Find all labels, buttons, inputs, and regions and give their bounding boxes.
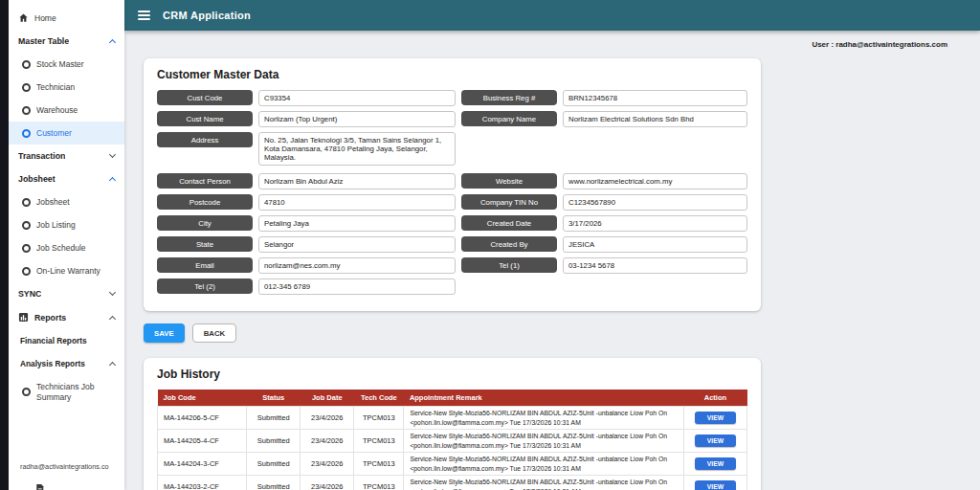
col-appointment-remark: Appointment Remark	[404, 390, 683, 407]
form-row: Contact Person Norlizam Bin Abdul Aziz W…	[157, 173, 747, 189]
field-value-created-by[interactable]: JESICA	[563, 236, 747, 253]
field-value-contact-person[interactable]: Norlizam Bin Abdul Aziz	[258, 173, 456, 189]
sidebar-item-label: Stock Master	[36, 59, 84, 69]
field-value-created-date[interactable]: 3/17/2026	[563, 215, 747, 232]
table-row: MA-144205-4-CF Submitted 23/4/2026 TPCM0…	[158, 430, 747, 453]
sidebar-item-customer[interactable]: Customer	[9, 122, 124, 145]
remark-cell: Service-New Style-Mozia56-NORLIZAM BIN A…	[404, 476, 683, 490]
field-value-company-tin[interactable]: C1234567890	[563, 194, 747, 211]
field-label-tel-1: Tel (1)	[461, 257, 557, 273]
chevron-down-icon	[109, 151, 116, 158]
action-cell: VIEW	[683, 430, 746, 453]
sidebar-section-transaction[interactable]: Transaction	[9, 145, 124, 167]
table-row: MA-144204-3-CF Submitted 23/4/2026 TPCM0…	[158, 453, 747, 476]
bullet-circle-icon	[22, 267, 31, 276]
sidebar-section-reports[interactable]: Reports	[9, 305, 124, 329]
job-history-card: Job History Job Code Status Job Date Tec…	[144, 358, 761, 490]
job-code-cell: MA-144205-4-CF	[158, 430, 247, 453]
sidebar-item-stock-master[interactable]: Stock Master	[9, 53, 124, 76]
sidebar-section-label: Jobsheet	[18, 174, 56, 184]
sidebar-section-sync[interactable]: SYNC	[9, 282, 124, 305]
form-row: Postcode 47810 Company TIN No C123456789…	[157, 194, 747, 211]
field-label-created-by: Created By	[461, 236, 557, 252]
remark-line-2: <pohon.lin.low@fiamma.com.my> Tue 17/3/2…	[410, 464, 677, 474]
user-label: User : radha@activaintegrations.com	[124, 31, 980, 51]
field-value-postcode[interactable]: 47810	[258, 194, 456, 211]
field-value-tel-1[interactable]: 03-1234 5678	[563, 257, 747, 274]
menu-icon[interactable]	[138, 11, 150, 20]
sidebar-section-label: Financial Reports	[20, 336, 87, 345]
save-button[interactable]: SAVE	[144, 323, 185, 343]
sidebar-item-label: Jobsheet	[36, 197, 70, 207]
job-date-cell: 23/4/2026	[301, 430, 354, 453]
sidebar-item-job-schedule[interactable]: Job Schedule	[9, 236, 124, 259]
view-button[interactable]: VIEW	[695, 434, 736, 447]
back-button[interactable]: BACK	[192, 323, 237, 343]
sidebar-item-label: Job Listing	[36, 220, 76, 230]
chevron-down-icon	[109, 289, 116, 296]
sidebar-item-label: Technician	[36, 82, 75, 92]
field-value-city[interactable]: Petaling Jaya	[258, 215, 456, 232]
field-value-cust-code[interactable]: C93354	[258, 90, 456, 106]
sidebar-section-jobsheet[interactable]: Jobsheet	[9, 167, 124, 190]
field-label-cust-name: Cust Name	[157, 111, 253, 126]
sidebar-item-jobsheet[interactable]: Jobsheet	[9, 190, 124, 213]
form-row: City Petaling Jaya Created Date 3/17/202…	[157, 215, 747, 232]
form-row: Cust Name Norlizam (Top Urgent) Company …	[157, 111, 747, 127]
bullet-circle-icon	[22, 244, 31, 253]
sidebar-section-label: Analysis Reports	[20, 359, 85, 368]
sidebar-item-job-listing[interactable]: Job Listing	[9, 213, 124, 236]
tech-code-cell: TPCM013	[354, 476, 404, 490]
view-button[interactable]: VIEW	[695, 480, 736, 490]
form-row: Email norlizam@nes.com.my Tel (1) 03-123…	[157, 257, 747, 274]
sidebar-item-label: Customer	[36, 128, 72, 138]
remark-cell: Service-New Style-Mozia56-NORLIZAM BIN A…	[404, 430, 683, 453]
chevron-up-icon	[109, 362, 116, 368]
sidebar-item-warehouse[interactable]: Warehouse	[9, 99, 124, 122]
view-button[interactable]: VIEW	[695, 457, 736, 470]
job-history-table: Job Code Status Job Date Tech Code Appoi…	[157, 390, 747, 490]
field-label-tel-2: Tel (2)	[157, 278, 253, 294]
tech-code-cell: TPCM013	[354, 407, 404, 430]
field-value-business-reg[interactable]: BRN12345678	[563, 90, 747, 106]
app-title: CRM Application	[163, 10, 251, 21]
chevron-up-icon	[109, 177, 116, 184]
tech-code-cell: TPCM013	[354, 453, 404, 476]
tech-code-cell: TPCM013	[354, 430, 404, 453]
field-label-company-name: Company Name	[461, 111, 557, 126]
field-value-company-name[interactable]: Norlizam Electrical Solutions Sdn Bhd	[563, 111, 747, 127]
sidebar-item-label: Job Schedule	[36, 243, 86, 253]
sidebar-section-analysis-reports[interactable]: Analysis Reports	[9, 352, 124, 375]
job-date-cell: 23/4/2026	[301, 453, 354, 476]
remark-cell: Service-New Style-Mozia56-NORLIZAM BIN A…	[404, 453, 683, 476]
job-code-cell: MA-144206-5-CF	[158, 407, 247, 430]
field-label-company-tin: Company TIN No	[461, 194, 557, 210]
sidebar-section-label: Master Table	[18, 36, 69, 46]
table-row: MA-144206-5-CF Submitted 23/4/2026 TPCM0…	[158, 407, 747, 430]
app-window: Home Master Table Stock Master Technicia…	[0, 0, 980, 490]
bullet-circle-icon	[22, 221, 31, 230]
col-action: Action	[683, 390, 746, 407]
document-icon	[33, 483, 46, 490]
field-value-cust-name[interactable]: Norlizam (Top Urgent)	[258, 111, 456, 127]
sidebar-section-financial-reports[interactable]: Financial Reports	[9, 329, 124, 352]
field-value-state[interactable]: Selangor	[258, 236, 456, 253]
sidebar-section-master-table[interactable]: Master Table	[9, 30, 124, 53]
sidebar-item-home[interactable]: Home	[9, 6, 124, 30]
field-value-email[interactable]: norlizam@nes.com.my	[258, 257, 456, 274]
card-title: Customer Master Data	[157, 68, 747, 81]
sidebar-item-technicians-job-summary[interactable]: Technicians Job Summary	[9, 375, 124, 409]
main-area: CRM Application User : radha@activainteg…	[124, 0, 980, 490]
action-cell: VIEW	[683, 453, 746, 476]
action-cell: VIEW	[683, 476, 746, 490]
field-value-website[interactable]: www.norlizamelectrical.com.my	[563, 173, 747, 189]
field-label-state: State	[157, 236, 253, 252]
remark-line-1: Service-New Style-Mozia56-NORLIZAM BIN A…	[410, 478, 677, 487]
view-button[interactable]: VIEW	[695, 412, 736, 424]
bullet-circle-icon	[22, 198, 31, 207]
sidebar-item-online-warranty[interactable]: On-Line Warranty	[9, 259, 124, 282]
field-value-tel-2[interactable]: 012-345 6789	[258, 278, 456, 295]
sidebar-item-technician[interactable]: Technician	[9, 76, 124, 99]
field-value-address[interactable]: No. 25, Jalan Teknologi 3/5, Taman Sains…	[258, 132, 456, 166]
bullet-circle-icon	[22, 106, 31, 115]
